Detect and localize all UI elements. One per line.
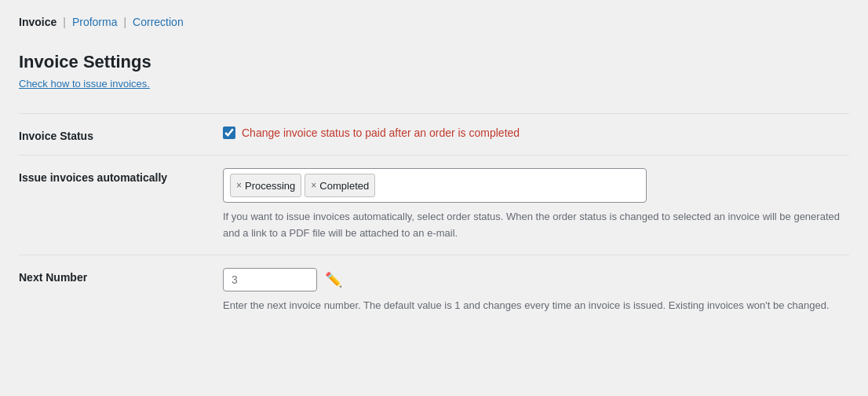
nav-sep-2: | (123, 16, 126, 28)
nav-correction[interactable]: Correction (133, 16, 184, 28)
nav-proforma[interactable]: Proforma (72, 16, 118, 28)
next-number-control: ✏️ Enter the next invoice number. The de… (223, 268, 849, 314)
invoice-status-row: Invoice Status Change invoice status to … (19, 113, 849, 155)
how-to-issue-invoices-link[interactable]: Check how to issue invoices. (19, 78, 150, 90)
tag-completed-remove[interactable]: × (311, 181, 316, 190)
page-title: Invoice Settings (19, 52, 849, 72)
issue-automatically-label: Issue invoices automatically (19, 168, 223, 184)
issue-automatically-control: × Processing × Completed If you want to … (223, 168, 849, 242)
next-number-label: Next Number (19, 268, 223, 284)
issue-automatically-row: Issue invoices automatically × Processin… (19, 155, 849, 255)
tag-completed: × Completed (305, 174, 375, 197)
nav-invoice[interactable]: Invoice (19, 16, 57, 28)
nav-sep-1: | (63, 16, 66, 28)
next-number-help: Enter the next invoice number. The defau… (223, 298, 849, 314)
tag-processing-label: Processing (245, 180, 295, 192)
tag-processing-remove[interactable]: × (236, 181, 242, 190)
issue-automatically-help: If you want to issue invoices automatica… (223, 209, 849, 242)
tag-completed-label: Completed (319, 180, 369, 192)
invoice-status-control: Change invoice status to paid after an o… (223, 126, 849, 139)
tag-processing: × Processing (230, 174, 301, 197)
next-number-input[interactable] (223, 268, 317, 292)
invoice-status-checkbox[interactable] (223, 126, 235, 139)
top-navigation: Invoice | Proforma | Correction (19, 16, 849, 28)
pencil-icon[interactable]: ✏️ (325, 271, 342, 288)
invoice-status-label: Invoice Status (19, 126, 223, 142)
next-number-row: Next Number ✏️ Enter the next invoice nu… (19, 255, 849, 327)
invoice-status-checkbox-label: Change invoice status to paid after an o… (242, 126, 520, 139)
status-tag-input[interactable]: × Processing × Completed (223, 168, 647, 203)
